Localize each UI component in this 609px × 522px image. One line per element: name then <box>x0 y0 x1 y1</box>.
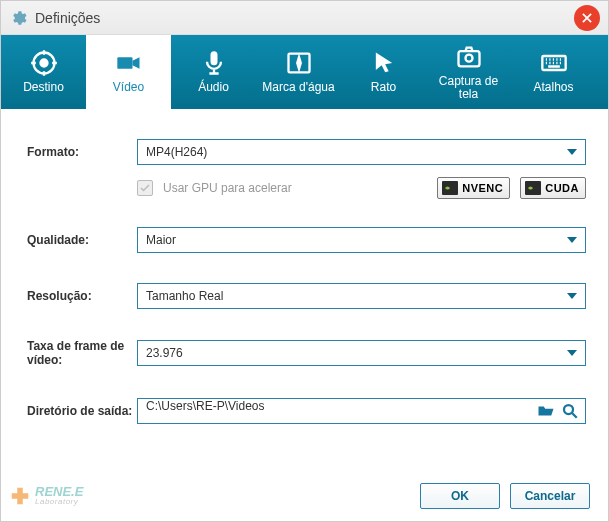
tab-label: Captura de tela <box>428 75 509 101</box>
badge-text: CUDA <box>545 182 579 194</box>
camera-icon <box>455 43 483 71</box>
tab-label: Destino <box>23 81 64 94</box>
badge-nvenc: NVENC <box>437 177 510 199</box>
checkbox-gpu[interactable] <box>137 180 153 196</box>
svg-point-1 <box>40 60 47 67</box>
row-qualidade: Qualidade: Maior <box>27 227 586 253</box>
select-qualidade[interactable]: Maior <box>137 227 586 253</box>
tab-marca[interactable]: Marca d'água <box>256 35 341 109</box>
video-icon <box>115 49 143 77</box>
select-taxa[interactable]: 23.976 <box>137 340 586 366</box>
tab-label: Rato <box>371 81 396 94</box>
svg-rect-3 <box>210 52 217 66</box>
label-taxa: Taxa de frame de vídeo: <box>27 339 137 368</box>
brand-logo: RENE.E Laboratory <box>9 485 83 507</box>
titlebar: Definições <box>1 1 608 35</box>
row-taxa: Taxa de frame de vídeo: 23.976 <box>27 339 586 368</box>
folder-open-icon[interactable] <box>537 402 555 420</box>
cancel-button[interactable]: Cancelar <box>510 483 590 509</box>
footer: RENE.E Laboratory OK Cancelar <box>1 473 608 521</box>
chevron-down-icon <box>567 237 577 243</box>
select-resolucao[interactable]: Tamanho Real <box>137 283 586 309</box>
tab-captura[interactable]: Captura de tela <box>426 35 511 109</box>
tab-destino[interactable]: Destino <box>1 35 86 109</box>
tab-atalhos[interactable]: Atalhos <box>511 35 596 109</box>
svg-point-8 <box>564 405 573 414</box>
label-gpu: Usar GPU para acelerar <box>163 181 292 195</box>
chevron-down-icon <box>567 350 577 356</box>
chevron-down-icon <box>567 149 577 155</box>
settings-panel: Formato: MP4(H264) Usar GPU para acelera… <box>1 109 608 475</box>
microphone-icon <box>200 49 228 77</box>
svg-rect-5 <box>458 51 479 66</box>
chevron-down-icon <box>567 293 577 299</box>
row-gpu: Usar GPU para acelerar NVENC CUDA <box>137 177 586 199</box>
input-value: C:\Users\RE-P\Videos <box>146 399 264 413</box>
keyboard-icon <box>540 49 568 77</box>
svg-rect-10 <box>12 493 29 499</box>
medical-cross-icon <box>9 485 31 507</box>
tab-label: Atalhos <box>533 81 573 94</box>
label-formato: Formato: <box>27 145 137 159</box>
select-value: Tamanho Real <box>146 289 223 303</box>
tab-rato[interactable]: Rato <box>341 35 426 109</box>
nvidia-eye-icon <box>442 181 458 195</box>
label-diretorio: Diretório de saída: <box>27 404 137 418</box>
select-value: MP4(H264) <box>146 145 207 159</box>
ok-button[interactable]: OK <box>420 483 500 509</box>
cursor-icon <box>370 49 398 77</box>
tabstrip: Destino Vídeo Áudio Marca d'água Rato Ca… <box>1 35 608 109</box>
input-diretorio[interactable]: C:\Users\RE-P\Videos <box>137 398 586 424</box>
gear-icon <box>9 9 27 27</box>
tab-audio[interactable]: Áudio <box>171 35 256 109</box>
tab-label: Áudio <box>198 81 229 94</box>
label-resolucao: Resolução: <box>27 289 137 303</box>
brand-sub: Laboratory <box>35 497 83 506</box>
label-qualidade: Qualidade: <box>27 233 137 247</box>
svg-rect-2 <box>117 58 132 70</box>
row-formato: Formato: MP4(H264) <box>27 139 586 165</box>
svg-point-6 <box>465 54 472 61</box>
badge-cuda: CUDA <box>520 177 586 199</box>
window-title: Definições <box>35 10 100 26</box>
tab-label: Vídeo <box>113 81 144 94</box>
tab-video[interactable]: Vídeo <box>86 35 171 109</box>
row-diretorio: Diretório de saída: C:\Users\RE-P\Videos <box>27 398 586 424</box>
select-formato[interactable]: MP4(H264) <box>137 139 586 165</box>
row-resolucao: Resolução: Tamanho Real <box>27 283 586 309</box>
tab-label: Marca d'água <box>262 81 334 94</box>
nvidia-eye-icon <box>525 181 541 195</box>
search-icon[interactable] <box>561 402 579 420</box>
watermark-icon <box>285 49 313 77</box>
badge-text: NVENC <box>462 182 503 194</box>
close-button[interactable] <box>574 5 600 31</box>
select-value: 23.976 <box>146 346 183 360</box>
brand-name: RENE.E <box>35 486 83 498</box>
target-icon <box>30 49 58 77</box>
select-value: Maior <box>146 233 176 247</box>
